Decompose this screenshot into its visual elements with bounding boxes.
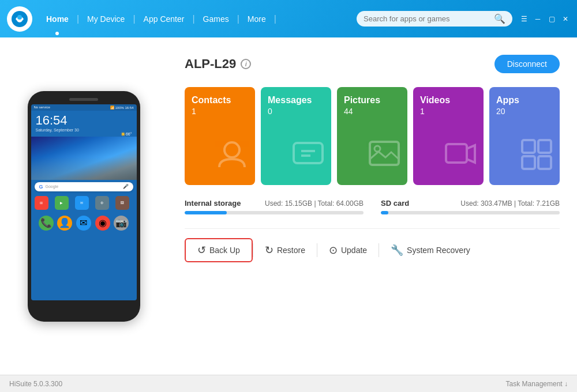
cat-messages-icon (291, 137, 325, 179)
category-cards: Contacts 1 Messages 0 (185, 87, 560, 185)
cat-apps-icon (519, 137, 554, 179)
phone-screen: No service 📶 100% 16:54 16:54 Saturday, … (31, 104, 137, 300)
category-videos[interactable]: Videos 1 (413, 87, 484, 185)
info-icon[interactable]: i (241, 59, 251, 69)
cat-contacts-icon (215, 137, 249, 179)
phone-dock: 📞 👤 ✉ ◉ 📷 (31, 213, 137, 233)
search-input[interactable] (364, 14, 494, 23)
cat-contacts-count: 1 (192, 107, 248, 116)
device-header: ALP-L29 i Disconnect (185, 55, 560, 73)
category-contacts[interactable]: Contacts 1 (185, 87, 255, 185)
dock-camera: 📷 (114, 216, 129, 231)
cat-pictures-count: 44 (344, 107, 400, 116)
phone-weather-temp: 66° (126, 132, 132, 137)
phone-speaker (69, 98, 98, 101)
main-content: No service 📶 100% 16:54 16:54 Saturday, … (0, 37, 577, 375)
phone-apps-grid: ⊞ ▶ ✉ ⚙ 🖼 (31, 194, 137, 212)
cat-pictures-icon (367, 137, 402, 179)
google-mic-icon: 🎤 (123, 184, 129, 189)
svg-rect-11 (522, 156, 535, 169)
backup-button[interactable]: ↺ Back Up (185, 238, 253, 262)
cat-videos-label: Videos (420, 95, 477, 105)
svg-rect-6 (370, 142, 399, 165)
restore-label: Restore (277, 246, 305, 255)
device-name: ALP-L29 (185, 56, 236, 71)
nav-bar: Home | My Device | App Center | Games | … (38, 0, 357, 37)
nav-home[interactable]: Home (38, 0, 77, 37)
version-label: HiSuite 5.0.3.300 (9, 380, 62, 388)
cat-messages-count: 0 (268, 107, 324, 116)
svg-rect-12 (538, 156, 551, 169)
phone-google-bar[interactable]: G Google 🎤 (35, 182, 133, 191)
google-logo: G (39, 184, 43, 190)
nav-my-device[interactable]: My Device (79, 0, 133, 37)
cat-apps-label: Apps (496, 95, 553, 105)
backup-label: Back Up (209, 246, 240, 255)
svg-rect-9 (522, 140, 535, 153)
phone-carrier: No service (34, 105, 50, 110)
window-controls: ☰ ─ ▢ ✕ (519, 14, 570, 24)
cat-contacts-label: Contacts (192, 95, 248, 105)
update-label: Update (341, 246, 367, 255)
system-recovery-icon: 🔧 (391, 244, 403, 257)
restore-button[interactable]: ↻ Restore (253, 239, 317, 261)
svg-point-1 (17, 15, 22, 20)
dock-chrome: ◉ (95, 216, 110, 231)
phone-icons: 📶 100% 16:54 (110, 105, 134, 110)
svg-rect-3 (294, 143, 323, 163)
storage-section: Internal storage Used: 15.15GB | Total: … (185, 199, 560, 214)
cat-videos-icon (443, 137, 478, 179)
header: Home | My Device | App Center | Games | … (0, 0, 577, 37)
update-button[interactable]: ⊙ Update (317, 239, 379, 261)
action-buttons: ↺ Back Up ↻ Restore ⊙ Update 🔧 System Re… (185, 228, 560, 262)
nav-more[interactable]: More (239, 0, 274, 37)
internal-storage-bar (185, 211, 364, 214)
maximize-button[interactable]: ▢ (547, 14, 556, 24)
internal-storage-detail: Used: 15.15GB | Total: 64.00GB (265, 199, 364, 208)
system-recovery-label: System Recovery (407, 246, 470, 255)
close-button[interactable]: ✕ (561, 14, 570, 24)
phone-panel: No service 📶 100% 16:54 16:54 Saturday, … (0, 37, 167, 375)
system-recovery-button[interactable]: 🔧 System Recovery (379, 239, 482, 261)
cat-messages-label: Messages (268, 95, 324, 105)
category-messages[interactable]: Messages 0 (261, 87, 331, 185)
phone-date: Saturday, September 30 (31, 128, 137, 132)
category-pictures[interactable]: Pictures 44 (337, 87, 407, 185)
app-icon-2: ✉ (75, 196, 89, 210)
menu-icon[interactable]: ☰ (519, 14, 529, 24)
cat-apps-count: 20 (496, 107, 553, 116)
category-apps[interactable]: Apps 20 (489, 87, 560, 185)
internal-storage-label: Internal storage (185, 199, 241, 208)
phone-time: 16:54 (31, 111, 137, 128)
logo (7, 6, 32, 32)
app-icon-0: ⊞ (35, 196, 48, 210)
task-management-button[interactable]: Task Management ↓ (506, 380, 568, 388)
google-bar-text: Google (46, 184, 59, 189)
phone-weather: ☀️ 66° (31, 132, 137, 137)
minimize-button[interactable]: ─ (533, 14, 542, 24)
sdcard-storage-label: SD card (381, 199, 409, 208)
svg-rect-8 (446, 144, 467, 163)
nav-games[interactable]: Games (195, 0, 237, 37)
disconnect-button[interactable]: Disconnect (494, 55, 560, 73)
internal-storage: Internal storage Used: 15.15GB | Total: … (185, 199, 364, 214)
nav-app-center[interactable]: App Center (136, 0, 193, 37)
right-panel: ALP-L29 i Disconnect Contacts 1 Messages… (167, 37, 577, 375)
svg-rect-10 (538, 140, 551, 153)
app-icon-1: ▶ (55, 196, 69, 210)
svg-point-2 (224, 142, 239, 157)
footer: HiSuite 5.0.3.300 Task Management ↓ (0, 375, 577, 392)
cat-videos-count: 1 (420, 107, 477, 116)
sdcard-storage: SD card Used: 303.47MB | Total: 7.21GB (381, 199, 560, 214)
cat-pictures-label: Pictures (344, 95, 400, 105)
sdcard-storage-fill (381, 211, 388, 214)
phone-status-bar: No service 📶 100% 16:54 (31, 104, 137, 111)
app-icon-3: ⚙ (95, 196, 109, 210)
phone-frame: No service 📶 100% 16:54 16:54 Saturday, … (28, 91, 140, 322)
nav-div-5: | (274, 14, 276, 24)
backup-icon: ↺ (197, 244, 206, 257)
dock-phone: 📞 (39, 216, 54, 231)
phone-wallpaper (31, 137, 137, 180)
search-box[interactable]: 🔍 (357, 11, 512, 27)
dock-messages: ✉ (76, 216, 91, 231)
